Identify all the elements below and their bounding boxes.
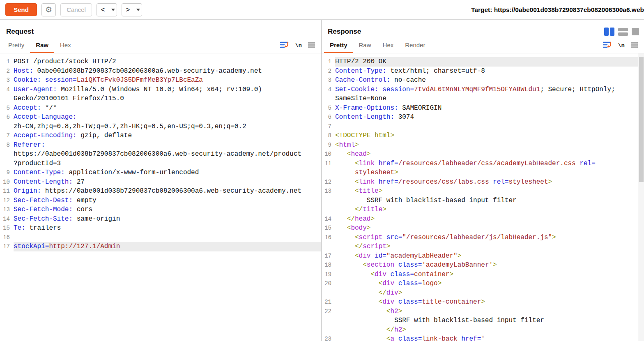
code-row[interactable]: 18 <section class='academyLabBanner'> (322, 260, 638, 270)
code-row[interactable]: 6Content-Length: 3074 (322, 113, 638, 122)
send-button[interactable]: Send (5, 3, 37, 16)
code-row[interactable]: SameSite=None (322, 94, 638, 104)
back-dropdown-button[interactable] (109, 4, 117, 16)
code-row[interactable]: 13 <title> (322, 187, 638, 196)
response-tab-bar: PrettyRawHexRender \n (322, 38, 644, 53)
code-row[interactable]: 10 <head> (322, 150, 638, 159)
code-line: <!DOCTYPE html> (335, 131, 638, 141)
code-row[interactable]: 16 (0, 233, 321, 242)
code-row[interactable]: 1POST /product/stock HTTP/2 (0, 57, 321, 67)
forward-dropdown-button[interactable] (134, 4, 142, 16)
request-editor-controls: \n (280, 38, 321, 53)
code-line: Accept: */* (14, 104, 321, 113)
code-row[interactable]: 15Te: trailers (0, 223, 321, 233)
code-row[interactable]: 4Set-Cookie: session=7tvdAL6tMnNLYMqMF9f… (322, 85, 638, 94)
code-row[interactable]: 5Accept: */* (0, 104, 321, 113)
code-row[interactable]: 17stockApi=http://127.1/Admin (0, 242, 321, 251)
code-row[interactable]: 9<html> (322, 141, 638, 150)
line-number (322, 205, 331, 214)
tab-pretty[interactable]: Pretty (324, 38, 353, 53)
tab-raw[interactable]: Raw (353, 38, 377, 53)
code-row[interactable]: </title> (322, 205, 638, 214)
code-row[interactable]: 12Sec-Fetch-Dest: empty (0, 196, 321, 205)
code-row[interactable]: </script> (322, 242, 638, 251)
tab-raw[interactable]: Raw (30, 38, 54, 53)
request-editor[interactable]: 1POST /product/stock HTTP/22Host: 0abe00… (0, 53, 321, 341)
code-row[interactable]: 12 <link href=/resources/css/labs.css re… (322, 177, 638, 187)
forward-split-button: > (122, 3, 142, 16)
response-editor[interactable]: 1HTTP/2 200 OK2Content-Type: text/html; … (322, 53, 638, 341)
code-line: https://0abe001d038b7290837cb082006300a6… (14, 150, 321, 159)
code-row[interactable]: 11 <link href=/resources/labheader/css/a… (322, 159, 638, 168)
layout-single-button[interactable] (632, 28, 639, 35)
request-panel-header: Request (0, 20, 321, 38)
code-row[interactable]: 7Accept-Encoding: gzip, deflate (0, 131, 321, 141)
code-line: </head> (335, 214, 638, 224)
code-row[interactable]: 2Content-Type: text/html; charset=utf-8 (322, 67, 638, 76)
code-row[interactable]: 8Referer: (0, 141, 321, 150)
code-row[interactable]: 6Accept-Language: (0, 113, 321, 122)
code-row[interactable]: 20 <div class=logo> (322, 279, 638, 288)
code-row[interactable]: 4User-Agent: Mozilla/5.0 (Windows NT 10.… (0, 85, 321, 94)
line-number: 13 (322, 187, 331, 196)
code-row[interactable]: 3Cache-Control: no-cache (322, 76, 638, 85)
code-row[interactable]: ?productId=3 (0, 159, 321, 168)
code-line: <head> (335, 150, 638, 159)
tab-hex[interactable]: Hex (54, 38, 77, 53)
code-row[interactable]: 8<!DOCTYPE html> (322, 131, 638, 141)
editor-menu-button[interactable] (308, 42, 315, 49)
layout-columns-button[interactable] (604, 28, 614, 36)
code-line: <a class=link-back href=' (335, 334, 638, 341)
forward-button[interactable]: > (122, 4, 134, 16)
line-number: 7 (0, 131, 10, 141)
newline-toggle-button[interactable]: \n (618, 42, 625, 49)
tab-hex[interactable]: Hex (377, 38, 400, 53)
code-row[interactable]: 13Sec-Fetch-Mode: cors (0, 205, 321, 214)
wrap-toggle-button[interactable] (280, 40, 289, 51)
code-row[interactable]: 22 <h2> (322, 307, 638, 316)
code-row[interactable]: 14Sec-Fetch-Site: same-origin (0, 214, 321, 224)
code-row[interactable]: 2Host: 0abe001d038b7290837cb082006300a6.… (0, 67, 321, 76)
editor-menu-button[interactable] (631, 42, 638, 49)
code-row[interactable]: 10Content-Length: 27 (0, 177, 321, 187)
code-row[interactable]: 5X-Frame-Options: SAMEORIGIN (322, 104, 638, 113)
line-number: 10 (322, 150, 331, 159)
wrap-toggle-button[interactable] (603, 40, 612, 51)
code-row[interactable]: https://0abe001d038b7290837cb082006300a6… (0, 150, 321, 159)
code-row[interactable]: 19 <div class=container> (322, 270, 638, 279)
code-row[interactable]: 11Origin: https://0abe001d038b7290837cb0… (0, 187, 321, 196)
code-row[interactable]: stylesheet> (322, 168, 638, 177)
line-number: 3 (322, 76, 331, 85)
tab-render[interactable]: Render (399, 38, 431, 53)
code-line: <html> (335, 141, 638, 150)
newline-toggle-button[interactable]: \n (295, 42, 302, 49)
code-row[interactable]: 16 <script src="/resources/labheader/js/… (322, 233, 638, 242)
view-layout-buttons (604, 28, 639, 36)
code-row[interactable]: 3Cookie: session=La1QKTcFvk0JS5DFmfMeB3Y… (0, 76, 321, 85)
code-row[interactable]: </h2> (322, 325, 638, 335)
code-row[interactable]: 17 <div id="academyLabHeader"> (322, 251, 638, 261)
settings-button[interactable]: ⚙ (41, 3, 56, 16)
code-row[interactable]: </div> (322, 288, 638, 298)
line-number (0, 159, 10, 168)
code-row[interactable]: 1HTTP/2 200 OK (322, 57, 638, 67)
line-number: 16 (322, 233, 331, 242)
tab-pretty[interactable]: Pretty (2, 38, 30, 53)
code-row[interactable]: 15 <body> (322, 223, 638, 233)
layout-rows-button[interactable] (618, 28, 628, 36)
cancel-button[interactable]: Cancel (60, 3, 92, 16)
back-icon: < (101, 6, 105, 14)
code-row[interactable]: 9Content-Type: application/x-www-form-ur… (0, 168, 321, 177)
code-row[interactable]: 23 <a class=link-back href=' (322, 334, 638, 341)
scrollbar-thumb[interactable] (639, 57, 644, 182)
code-row[interactable]: 21 <div class=title-container> (322, 297, 638, 307)
scrollbar[interactable] (638, 53, 644, 341)
code-row[interactable]: Gecko/20100101 Firefox/115.0 (0, 94, 321, 104)
code-line: Accept-Language: (14, 113, 321, 122)
back-button[interactable]: < (97, 4, 109, 16)
code-row[interactable]: SSRF with blacklist-based input filter (322, 196, 638, 205)
code-row[interactable]: zh-CN,zh;q=0.8,zh-TW;q=0.7,zh-HK;q=0.5,e… (0, 122, 321, 131)
code-row[interactable]: 14 </head> (322, 214, 638, 224)
code-row[interactable]: 7 (322, 122, 638, 131)
code-row[interactable]: SSRF with blacklist-based input filter (322, 316, 638, 325)
